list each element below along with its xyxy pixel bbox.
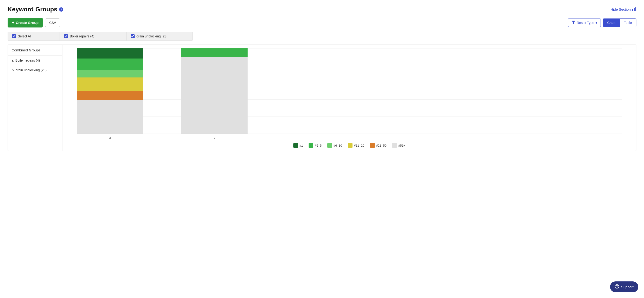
bar-chart-icon <box>632 7 636 12</box>
bar-a-segment-3 <box>77 70 143 77</box>
toolbar: + Create Group CSV Result Type ▾ Chart T… <box>8 18 636 27</box>
legend-label-11-20: #11–20 <box>354 144 364 147</box>
bar-b-segment-2 <box>181 57 248 134</box>
csv-button[interactable]: CSV <box>45 18 60 27</box>
main-content: Combined Groups a Boiler repairs (4) b d… <box>8 44 636 151</box>
chart-area: a b #1 #2–5 #6–10 <box>62 45 636 151</box>
create-group-label: Create Group <box>16 21 39 25</box>
legend-swatch-6-10 <box>327 143 332 148</box>
page-container: Keyword Groups i Hide Section + Create G… <box>0 0 644 156</box>
view-toggle: Chart Table <box>603 18 636 27</box>
header-left: Keyword Groups i <box>8 6 64 13</box>
chart-view-button[interactable]: Chart <box>603 19 620 27</box>
legend-label-21-50: #21–50 <box>376 144 386 147</box>
bar-b <box>181 48 248 134</box>
sidebar: Combined Groups a Boiler repairs (4) b d… <box>8 45 62 151</box>
create-group-button[interactable]: + Create Group <box>8 18 43 27</box>
csv-label: CSV <box>49 21 56 25</box>
group2-label: drain unblocking (23) <box>136 34 168 38</box>
group2-checkbox-item: drain unblocking (23) <box>126 32 193 41</box>
bar-a-segment-5 <box>77 91 143 100</box>
bar-labels: a b <box>77 134 622 139</box>
group-b-name: drain unblocking (23) <box>16 68 46 72</box>
hide-section-label: Hide Section <box>610 7 631 11</box>
legend-label-1: #1 <box>300 144 303 147</box>
plus-icon: + <box>12 20 14 25</box>
bar-b-segment-1 <box>181 48 248 57</box>
legend-label-2-5: #2–5 <box>315 144 322 147</box>
bar-a <box>77 48 143 134</box>
group2-checkbox[interactable] <box>131 34 134 38</box>
grid-lines <box>77 49 622 134</box>
hide-section-link[interactable]: Hide Section <box>610 7 636 12</box>
info-icon[interactable]: i <box>59 7 64 12</box>
sidebar-combined-label: Combined Groups <box>8 45 62 56</box>
legend-swatch-2-5 <box>308 143 313 148</box>
legend-label-51plus: #51+ <box>398 144 405 147</box>
page-title: Keyword Groups <box>8 6 57 13</box>
legend-item-21-50: #21–50 <box>370 143 386 148</box>
group-a-name: Boiler repairs (4) <box>16 58 40 62</box>
legend-item-6-10: #6–10 <box>327 143 342 148</box>
bar-a-label: a <box>77 136 143 139</box>
group-a-letter: a <box>12 58 14 62</box>
svg-rect-1 <box>634 8 635 11</box>
group1-checkbox-item: Boiler repairs (4) <box>60 32 126 41</box>
toolbar-left: + Create Group CSV <box>8 18 60 27</box>
legend-item-11-20: #11–20 <box>348 143 364 148</box>
result-type-button[interactable]: Result Type ▾ <box>568 18 601 27</box>
select-all-checkbox-item: Select All <box>8 32 60 41</box>
legend-item-51plus: #51+ <box>392 143 405 148</box>
bar-a-segment-6 <box>77 100 143 134</box>
svg-marker-3 <box>572 21 576 24</box>
chart-bars-container <box>77 49 622 134</box>
chart-legend: #1 #2–5 #6–10 #11–20 #21–50 <box>62 139 636 151</box>
legend-item-2-5: #2–5 <box>308 143 322 148</box>
chevron-down-icon: ▾ <box>596 21 597 25</box>
page-header: Keyword Groups i Hide Section <box>8 6 636 13</box>
select-all-label: Select All <box>18 34 32 38</box>
filter-icon <box>572 21 576 25</box>
legend-swatch-51plus <box>392 143 397 148</box>
sidebar-group-item-b[interactable]: b drain unblocking (23) <box>8 65 62 75</box>
checkboxes-row: Select All Boiler repairs (4) drain unbl… <box>8 32 636 41</box>
toolbar-right: Result Type ▾ Chart Table <box>568 18 636 27</box>
svg-rect-0 <box>632 9 633 11</box>
group-b-letter: b <box>12 68 14 72</box>
result-type-label: Result Type <box>577 21 594 25</box>
bar-b-label: b <box>181 136 248 139</box>
legend-item-1: #1 <box>294 143 303 148</box>
group1-checkbox[interactable] <box>64 34 68 38</box>
sidebar-group-item-a[interactable]: a Boiler repairs (4) <box>8 56 62 65</box>
legend-label-6-10: #6–10 <box>334 144 342 147</box>
svg-rect-2 <box>636 7 636 11</box>
legend-swatch-21-50 <box>370 143 375 148</box>
table-view-button[interactable]: Table <box>620 19 636 27</box>
legend-swatch-11-20 <box>348 143 352 148</box>
bar-a-segment-4 <box>77 77 143 91</box>
bar-a-segment-2 <box>77 58 143 70</box>
group1-label: Boiler repairs (4) <box>70 34 94 38</box>
select-all-checkbox[interactable] <box>12 34 16 38</box>
legend-swatch-1 <box>294 143 298 148</box>
bar-a-segment-1 <box>77 48 143 58</box>
